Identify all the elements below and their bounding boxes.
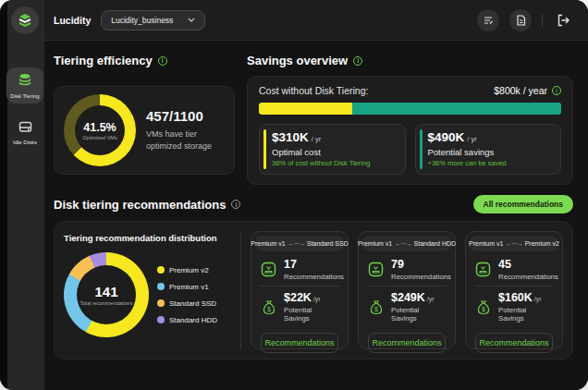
logout-button[interactable] [553,14,573,27]
sidebar-item-label: Disk Tiering [7,93,43,99]
drive-icon [474,261,492,278]
money-bag-icon: $ [260,299,277,316]
svg-text:$: $ [482,306,485,312]
potential-savings-label: Potential savings [428,147,554,157]
bidirectional-arrow-icon: ←····→ [395,240,410,247]
svg-text:$: $ [374,306,378,312]
cost-value: $800k / year i [494,85,561,96]
money-bag-icon: $ [474,299,492,316]
tier-to: Standard SSD [307,240,349,247]
savings-amount: $160K/yr [498,291,554,304]
legend-item-standard-ssd: Standard SSD [157,299,217,308]
tier-from: Premium v1 [251,240,285,247]
info-icon[interactable]: i [552,86,561,95]
brand-name: Lucidity [54,15,91,26]
optimal-cost-value: $310K/ yr [272,130,398,144]
potential-savings-accent-bar [420,129,423,169]
total-recommendations-count: 141 [94,284,117,299]
distribution-panel: Tiering recommendation distribution 141 … [64,231,241,349]
document-button[interactable] [509,9,532,31]
legend-dot [157,316,165,323]
tier-from: Premium v1 [469,240,503,247]
savings-label: Potential Savings [391,306,447,323]
vm-ratio-label: VMs have tier optimized storage [146,128,231,152]
tiering-efficiency-card: 41.5% Optimized VMs 457/1100 VMs have ti… [54,86,235,175]
savings-stat: $ $249K/yr Potential Savings [367,286,447,327]
card-body: 17 Recommendations $ $22K/yr Potentia [255,251,344,355]
legend-dot [157,266,165,274]
savings-overview-card: Cost without Disk Tiering: $800k / year … [247,76,573,185]
cost-savings-bar [259,103,561,115]
legend-item-premium-v1: Premium v1 [157,283,217,291]
recommendations-button[interactable]: Recommendations [368,333,446,353]
organization-dropdown-value: Lucidity_business [111,16,173,25]
optimal-cost-accent-bar [263,129,266,169]
potential-savings-subtext: +36% more can be saved [428,159,554,167]
tiering-efficiency-section: Tiering efficiency i 41.5% Optimized VMs… [54,54,235,185]
tier-from: Premium v1 [358,240,392,247]
potential-savings-unit: / yr [467,135,476,143]
distribution-legend: Premium v2 Premium v1 Standard SSD [157,266,217,324]
disk-stack-icon [18,73,32,87]
distribution-donut-center: 141 Total recommendations [77,265,136,324]
savings-overview-title: Savings overview i [247,54,573,67]
legend-item-premium-v2: Premium v2 [157,266,217,274]
info-icon[interactable]: i [158,56,167,66]
savings-label: Potential Savings [498,306,554,323]
organization-dropdown[interactable]: Lucidity_business [101,10,205,30]
recommendations-button[interactable]: Recommendations [261,333,338,353]
potential-savings-box: $490K/ yr Potential savings +36% more ca… [415,124,562,175]
optimal-cost-bar-segment [259,103,352,115]
recommendation-card-hdd: Premium v1 ←····→ Standard HDD 79 Recomm… [358,231,456,349]
recommendations-button[interactable]: Recommendations [475,333,553,353]
legend-label: Standard SSD [169,299,216,308]
savings-value: $249K [391,291,425,304]
recommendations-title-text: Disk tiering recommendations [54,198,226,212]
recommendations-stat: 79 Recommendations [367,253,447,286]
legend-item-standard-hdd: Standard HDD [157,316,217,324]
legend-label: Standard HDD [169,316,217,324]
efficiency-donut-chart: 41.5% Optimized VMs [64,94,136,166]
savings-stat: $ $22K/yr Potential Savings [260,286,339,327]
bidirectional-arrow-icon: ←····→ [506,240,521,247]
money-bag-icon: $ [367,299,385,316]
notes-icon [483,15,494,26]
recommendation-card-ssd: Premium v1 ←····→ Standard SSD 17 Recomm… [251,231,349,349]
optimal-cost-subtext: 36% of cost without Disk Tiering [272,159,398,167]
main-area: Lucidity Lucidity_business [44,0,588,390]
optimal-cost-amount: $310K [272,130,309,144]
tiering-efficiency-title-text: Tiering efficiency [54,54,153,67]
sidebar-item-disk-tiering[interactable]: Disk Tiering [6,67,43,104]
idle-disk-icon [18,121,32,133]
recommendations-stat: 17 Recommendations [260,253,339,286]
savings-value: $160K [498,291,533,304]
layers-logo-icon [18,13,32,28]
top-bar: Lucidity Lucidity_business [44,0,588,41]
recommendation-count: 17 [284,258,344,271]
all-recommendations-button[interactable]: All recommendations [473,195,573,213]
chevron-down-icon [188,18,195,22]
info-icon[interactable]: i [353,56,362,66]
savings-unit: /yr [313,296,321,302]
savings-overview-section: Savings overview i Cost without Disk Tie… [247,54,573,185]
cost-row: Cost without Disk Tiering: $800k / year … [259,85,561,96]
optimal-cost-unit: / yr [312,135,321,143]
savings-label: Potential Savings [284,306,339,323]
document-icon [516,15,526,26]
optimal-cost-label: Optimal cost [272,147,398,157]
logout-icon [557,14,570,27]
info-icon[interactable]: i [231,200,240,209]
notes-button[interactable] [477,9,499,31]
legend-label: Premium v1 [169,283,209,291]
tiering-efficiency-title: Tiering efficiency i [54,54,235,67]
bidirectional-arrow-icon: ←····→ [288,240,304,247]
tier-to: Premium v2 [525,240,559,247]
savings-amount: $22K/yr [284,291,339,304]
distribution-body: 141 Total recommendations Premium v2 [64,252,235,337]
svg-text:$: $ [267,306,271,312]
sidebar-item-idle-disks[interactable]: Idle Disks [6,115,43,150]
distribution-title: Tiering recommendation distribution [64,233,235,243]
recommendation-count-label: Recommendations [284,273,344,281]
lucidity-logo [11,6,39,34]
savings-stat: $ $160K/yr Potential Savings [474,286,554,327]
